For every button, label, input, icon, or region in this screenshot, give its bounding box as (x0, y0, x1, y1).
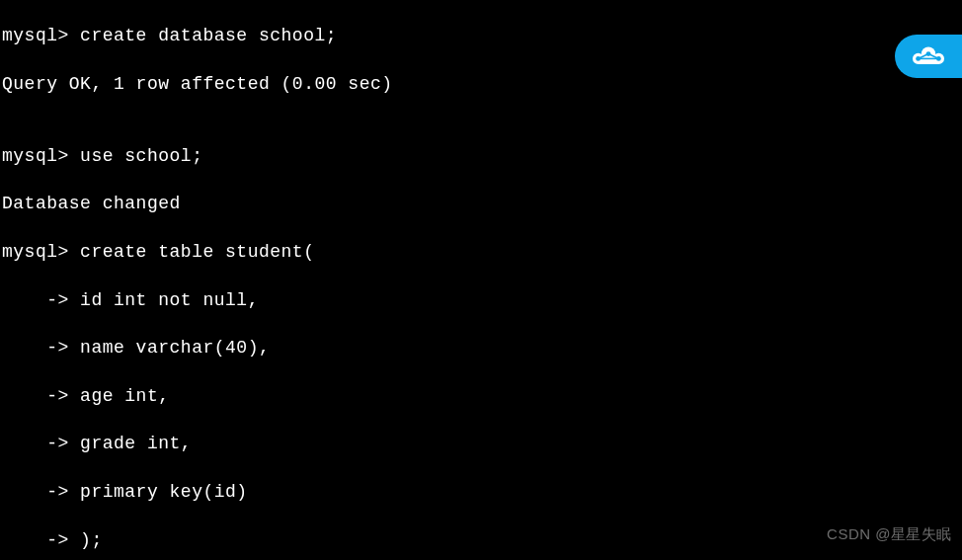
svg-rect-3 (919, 58, 939, 64)
terminal-output[interactable]: mysql> create database school; Query OK,… (2, 0, 962, 560)
terminal-line: mysql> create database school; (2, 24, 962, 47)
terminal-line: -> name varchar(40), (2, 336, 962, 360)
terminal-line: Query OK, 1 row affected (0.00 sec) (2, 72, 962, 96)
terminal-line: -> ); (2, 528, 962, 552)
terminal-line: -> age int, (2, 384, 962, 408)
watermark-text: CSDN @星星失眠 (827, 524, 952, 544)
terminal-line: -> primary key(id) (2, 480, 962, 504)
terminal-line: mysql> use school; (2, 144, 962, 168)
terminal-line: Database changed (2, 192, 962, 215)
terminal-line: -> grade int, (2, 432, 962, 455)
terminal-line: -> id int not null, (2, 288, 962, 312)
terminal-line: mysql> create table student( (2, 240, 962, 264)
cloud-icon (909, 43, 948, 69)
cloud-badge[interactable] (895, 35, 962, 78)
